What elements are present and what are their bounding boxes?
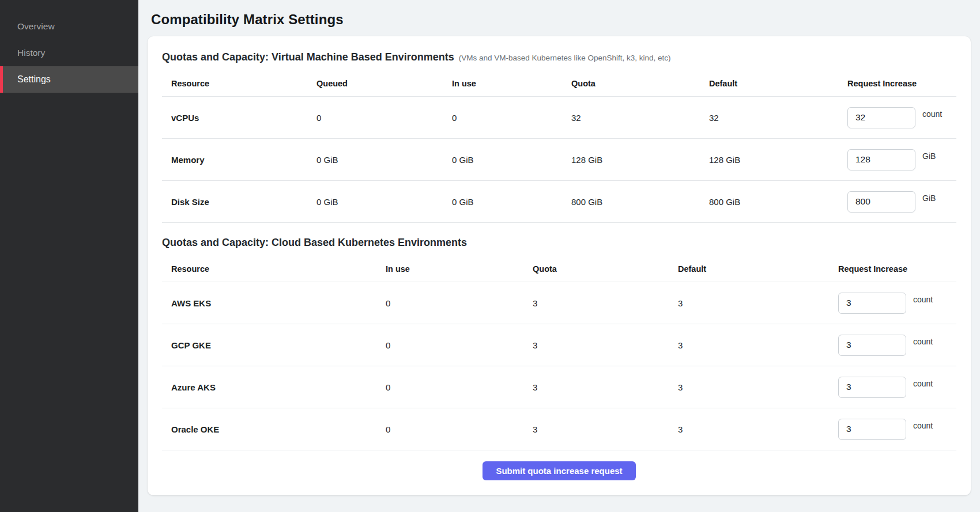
cell-queued: 0 xyxy=(316,113,452,123)
cell-quota: 32 xyxy=(571,113,709,123)
unit-label: count xyxy=(913,295,933,304)
table-row-azure-aks: Azure AKS 0 3 3 count xyxy=(162,366,956,408)
sidebar-item-settings[interactable]: Settings xyxy=(0,66,138,93)
cell-quota: 3 xyxy=(533,382,678,392)
vcpus-quantity-input[interactable] xyxy=(847,107,915,128)
submit-quota-increase-button[interactable]: Submit quota increase request xyxy=(483,461,635,480)
table-row-vcpus: vCPUs 0 0 32 32 count xyxy=(162,97,956,139)
main-content: Compatibility Matrix Settings Quotas and… xyxy=(138,0,980,512)
sidebar-item-label: Settings xyxy=(17,74,51,85)
column-header-in-use: In use xyxy=(386,264,533,274)
cell-quota: 128 GiB xyxy=(571,155,709,165)
request-increase-cell: count xyxy=(838,293,956,314)
cell-in-use: 0 xyxy=(386,424,533,434)
column-header-request-increase: Request Increase xyxy=(847,79,956,88)
section-heading-vm: Quotas and Capacity: Virtual Machine Bas… xyxy=(162,51,956,63)
resource-label: Memory xyxy=(162,155,316,165)
sidebar: Overview History Settings xyxy=(0,0,138,512)
cell-quota: 3 xyxy=(533,298,678,308)
resource-label: Oracle OKE xyxy=(162,424,386,434)
resource-label: GCP GKE xyxy=(162,340,386,350)
cell-default: 3 xyxy=(678,424,838,434)
cell-default: 32 xyxy=(709,113,847,123)
cell-default: 3 xyxy=(678,340,838,350)
section-heading-text: Quotas and Capacity: Cloud Based Kuberne… xyxy=(162,237,467,248)
azure-aks-quantity-input[interactable] xyxy=(838,377,906,398)
cell-default: 128 GiB xyxy=(709,155,847,165)
column-header-default: Default xyxy=(709,79,847,88)
settings-card: Quotas and Capacity: Virtual Machine Bas… xyxy=(148,36,971,495)
cell-default: 3 xyxy=(678,382,838,392)
cell-default: 3 xyxy=(678,298,838,308)
column-header-request-increase: Request Increase xyxy=(838,264,956,274)
column-header-quota: Quota xyxy=(533,264,678,274)
unit-label: GiB xyxy=(922,151,936,161)
request-increase-cell: count xyxy=(838,419,956,440)
sidebar-item-label: History xyxy=(17,48,45,58)
request-increase-cell: count xyxy=(838,377,956,398)
request-increase-cell: count xyxy=(847,107,956,128)
memory-quantity-input[interactable] xyxy=(847,149,915,170)
vm-table-header: Resource Queued In use Quota Default Req… xyxy=(162,70,956,97)
column-header-resource: Resource xyxy=(162,264,386,274)
table-row-disk-size: Disk Size 0 GiB 0 GiB 800 GiB 800 GiB Gi… xyxy=(162,181,956,223)
cell-default: 800 GiB xyxy=(709,197,847,207)
unit-label: count xyxy=(913,337,933,346)
cell-in-use: 0 xyxy=(386,298,533,308)
cell-in-use: 0 xyxy=(452,113,571,123)
cell-queued: 0 GiB xyxy=(316,197,452,207)
cloud-table-header: Resource In use Quota Default Request In… xyxy=(162,256,956,282)
column-header-resource: Resource xyxy=(162,79,316,88)
sidebar-item-overview[interactable]: Overview xyxy=(0,13,138,40)
resource-label: Azure AKS xyxy=(162,382,386,392)
sidebar-item-label: Overview xyxy=(17,21,55,32)
cell-queued: 0 GiB xyxy=(316,155,452,165)
cell-in-use: 0 GiB xyxy=(452,155,571,165)
cell-quota: 3 xyxy=(533,340,678,350)
gcp-gke-quantity-input[interactable] xyxy=(838,335,906,356)
cell-in-use: 0 GiB xyxy=(452,197,571,207)
cell-in-use: 0 xyxy=(386,382,533,392)
table-row-gcp-gke: GCP GKE 0 3 3 count xyxy=(162,324,956,366)
column-header-quota: Quota xyxy=(571,79,709,88)
unit-label: count xyxy=(913,421,933,430)
column-header-queued: Queued xyxy=(316,79,452,88)
request-increase-cell: GiB xyxy=(847,191,956,213)
resource-label: vCPUs xyxy=(162,113,316,123)
column-header-default: Default xyxy=(678,264,838,274)
sidebar-item-history[interactable]: History xyxy=(0,40,138,66)
column-header-in-use: In use xyxy=(452,79,571,88)
section-subtitle: (VMs and VM-based Kubernetes like OpenSh… xyxy=(459,54,671,62)
unit-label: GiB xyxy=(922,194,936,203)
resource-label: AWS EKS xyxy=(162,298,386,308)
cell-quota: 3 xyxy=(533,424,678,434)
card-footer: Submit quota increase request xyxy=(162,450,956,484)
disk-size-quantity-input[interactable] xyxy=(847,191,915,213)
cell-in-use: 0 xyxy=(386,340,533,350)
oracle-oke-quantity-input[interactable] xyxy=(838,419,906,440)
page-title: Compatibility Matrix Settings xyxy=(151,12,971,28)
table-row-oracle-oke: Oracle OKE 0 3 3 count xyxy=(162,408,956,450)
resource-label: Disk Size xyxy=(162,197,316,207)
cell-quota: 800 GiB xyxy=(571,197,709,207)
section-heading-text: Quotas and Capacity: Virtual Machine Bas… xyxy=(162,51,454,63)
table-row-memory: Memory 0 GiB 0 GiB 128 GiB 128 GiB GiB xyxy=(162,139,956,181)
aws-eks-quantity-input[interactable] xyxy=(838,293,906,314)
request-increase-cell: count xyxy=(838,335,956,356)
table-row-aws-eks: AWS EKS 0 3 3 count xyxy=(162,282,956,324)
unit-label: count xyxy=(913,379,933,388)
request-increase-cell: GiB xyxy=(847,149,956,170)
section-heading-cloud: Quotas and Capacity: Cloud Based Kuberne… xyxy=(162,237,956,249)
unit-label: count xyxy=(922,109,942,119)
